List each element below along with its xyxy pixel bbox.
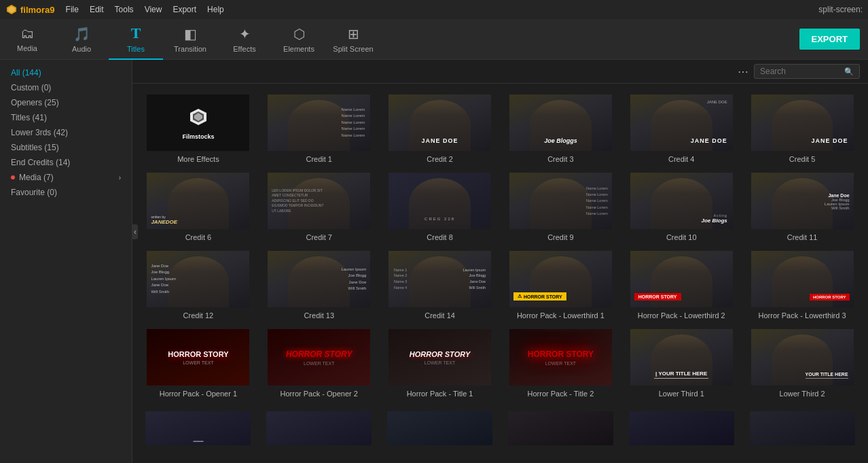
list-item[interactable]: Name LoremName LoremName LoremName Lorem… [259,89,380,167]
list-item[interactable]: Jane Doe Joe BloggLauren IpsumWill Smith… [742,167,863,245]
sidebar-item-media[interactable]: Media (7) › [0,170,132,185]
list-item[interactable]: YOUR TITLE HERE Lower Third 2 [742,324,863,402]
items-grid: Filmstocks More Effects Name LoremName L… [132,84,868,407]
audio-icon: 🎵 [73,26,90,42]
toolbar-transition[interactable]: ◧ Transition [163,19,217,60]
menu-help[interactable]: Help [207,5,224,14]
grid-toggle-icon[interactable]: ⋯ [738,65,748,78]
sidebar-item-favourite[interactable]: Favourite (0) [0,185,132,200]
sidebar-openers-label: Openers (25) [11,98,59,107]
list-item[interactable]: ⚠HORROR STORY Horror Pack - Lowerthird 1 [500,245,621,324]
menu-file[interactable]: File [66,5,79,14]
list-item[interactable]: Name LoremName LoremName LoremName Lorem… [500,167,621,245]
thumb-horror-title2: HORROR STORY LOWER TEXT [508,328,613,387]
list-item[interactable]: JANE DOE Credit 2 [380,89,501,167]
sidebar-subtitles-label: Subtitles (15) [11,143,59,152]
list-item[interactable] [259,407,380,449]
thumb-credit-7: LER LOREM IPSUM DOLOR SIT AMET CONSECTET… [266,171,372,230]
sidebar-lower3rds-label: Lower 3rds (42) [11,128,68,137]
list-item[interactable]: HORROR STORY LOWER TEXT Horror Pack - Op… [259,324,380,402]
toolbar-elements-label: Elements [283,45,314,53]
menu-tools[interactable]: Tools [115,5,134,14]
search-input[interactable] [760,67,842,76]
thumb-more-effects: Filmstocks [145,93,251,152]
content-area[interactable]: ⋯ 🔍 Filmstocks [132,60,868,463]
list-item[interactable]: LER LOREM IPSUM DOLOR SIT AMET CONSECTET… [259,167,380,245]
toolbar-elements[interactable]: ⬡ Elements [272,19,326,60]
list-item[interactable]: Joe Bloggs Credit 3 [500,89,621,167]
thumb-horror-lower2: HORROR STORY [629,250,734,309]
app-name: filmora9 [20,5,55,15]
list-item[interactable]: written by JANEDOE Credit 6 [138,167,259,245]
media-dot-icon [11,175,15,179]
toolbar-audio[interactable]: 🎵 Audio [54,19,109,60]
chevron-left-icon: ‹ [134,227,137,237]
split-screen-label: split-screen: [818,5,863,14]
item-label: Credit 7 [266,233,372,241]
item-label: Horror Pack - Lowerthird 2 [629,311,734,320]
thumb-credit-9: Name LoremName LoremName LoremName Lorem… [508,171,613,230]
sidebar-item-lower3rds[interactable]: Lower 3rds (42) [0,125,132,140]
list-item[interactable]: JANE DOE Credit 5 [742,89,863,167]
list-item[interactable] [621,407,742,449]
list-item[interactable]: HORROR STORY LOWER TEXT Horror Pack - Ti… [380,324,501,402]
export-button[interactable]: EXPORT [799,29,860,50]
split-screen-icon: ⊞ [348,26,359,42]
menu-edit[interactable]: Edit [90,5,104,14]
menu-bar: filmora9 File Edit Tools View Export Hel… [0,0,868,19]
thumb-credit-4: JANE DOE JANE DOE [629,93,734,152]
list-item[interactable]: Jane DoeJoe BloggLauren IpsumJane DoeWil… [138,245,259,324]
toolbar-media[interactable]: 🗂 Media [0,19,54,60]
sidebar-media-label: Media (7) [19,173,54,182]
media-icon: 🗂 [20,26,34,41]
item-label: Credit 11 [750,233,855,241]
list-item[interactable]: JANE DOE JANE DOE Credit 4 [621,89,742,167]
search-icon[interactable]: 🔍 [844,67,854,76]
sidebar-item-end-credits[interactable]: End Credits (14) [0,155,132,170]
toolbar-titles[interactable]: T Titles [109,19,163,60]
item-label: Credit 13 [266,311,372,320]
sidebar-collapse-toggle[interactable]: ‹ [132,224,138,239]
list-item[interactable]: Acting Joe Blogs Credit 10 [621,167,742,245]
item-label: Credit 12 [145,311,251,320]
item-label: Lower Third 1 [629,390,734,398]
toolbar-split-screen[interactable]: ⊞ Split Screen [326,19,380,60]
thumb-lower-third2: YOUR TITLE HERE [750,328,855,387]
list-item[interactable]: Name 1Name 2Name 3Name 4 Lauren IpsumJoe… [380,245,501,324]
list-item[interactable] [500,407,621,449]
item-label: Credit 3 [508,155,613,163]
list-item[interactable] [742,407,863,449]
sidebar-titles-label: Titles (41) [11,113,47,122]
item-label: Lower Third 2 [750,390,855,398]
item-label: Credit 10 [629,233,734,241]
thumb-horror-opener2: HORROR STORY LOWER TEXT [266,328,372,387]
list-item[interactable]: CREG 228 Credit 8 [380,167,501,245]
toolbar-effects[interactable]: ✦ Effects [217,19,272,60]
thumb-credit-2: JANE DOE [387,93,492,152]
list-item[interactable]: | YOUR TITLE HERE Lower Third 1 [621,324,742,402]
list-item[interactable] [380,407,501,449]
sidebar-item-all[interactable]: All (144) [0,65,132,80]
elements-icon: ⬡ [293,26,305,42]
list-item[interactable]: HORROR STORY Horror Pack - Lowerthird 2 [621,245,742,324]
sidebar-item-titles[interactable]: Titles (41) [0,110,132,125]
list-item[interactable]: Filmstocks More Effects [138,89,259,167]
item-label: Credit 6 [145,233,251,241]
thumb-credit-14: Name 1Name 2Name 3Name 4 Lauren IpsumJoe… [387,250,492,309]
thumb-credit-6: written by JANEDOE [145,171,251,230]
sidebar-item-subtitles[interactable]: Subtitles (15) [0,140,132,155]
list-item[interactable]: HORROR STORY LOWER TEXT Horror Pack - Op… [138,324,259,402]
item-label: More Effects [145,155,251,163]
sidebar-item-openers[interactable]: Openers (25) [0,95,132,110]
thumb-horror-title1: HORROR STORY LOWER TEXT [387,328,492,387]
list-item[interactable]: ▬▬▬ [138,407,259,449]
item-label: Horror Pack - Lowerthird 3 [750,311,855,320]
toolbar-effects-label: Effects [233,45,255,53]
sidebar-item-custom[interactable]: Custom (0) [0,80,132,95]
list-item[interactable]: HORROR STORY Horror Pack - Lowerthird 3 [742,245,863,324]
list-item[interactable]: HORROR STORY LOWER TEXT Horror Pack - Ti… [500,324,621,402]
menu-export[interactable]: Export [173,5,196,14]
list-item[interactable]: Lauren IpsumJoe BloggJane DoeWill Smith … [259,245,380,324]
menu-view[interactable]: View [145,5,162,14]
app-logo: filmora9 [5,3,55,16]
